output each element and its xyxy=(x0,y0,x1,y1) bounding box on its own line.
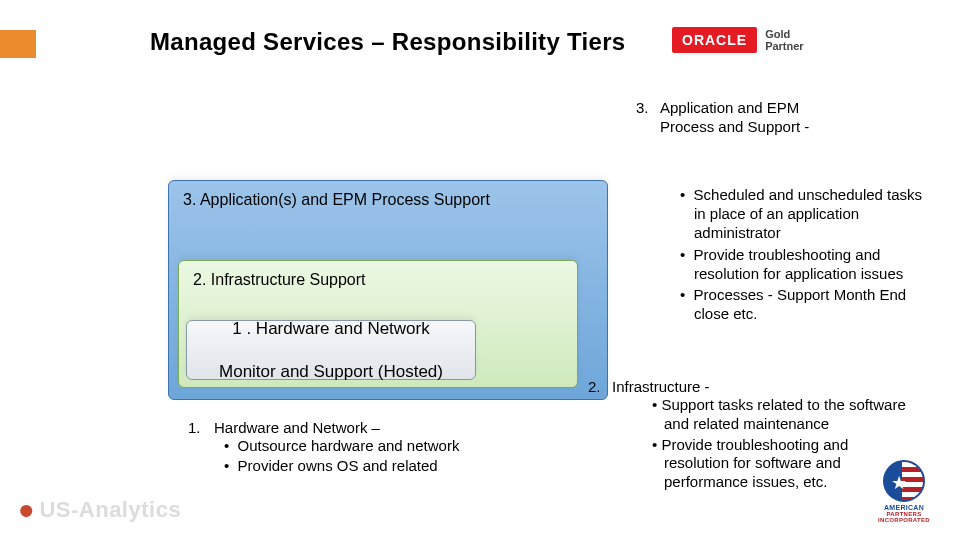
list-item: • Provide troubleshooting and resolution… xyxy=(680,245,930,283)
section-3-heading: 3. Application and EPM Process and Suppo… xyxy=(660,99,850,137)
list-item: • Provider owns OS and related xyxy=(224,456,564,476)
list-item: • Scheduled and unscheduled tasks in pla… xyxy=(680,185,930,243)
tier-1-label-b: Monitor and Support (Hosted) xyxy=(219,361,443,382)
section-1-heading: 1. Hardware and Network – xyxy=(214,418,574,438)
american-partners-logo: ★ AMERICAN PARTNERS INCORPORATED xyxy=(864,460,944,530)
oracle-partner-badge: ORACLE Gold Partner xyxy=(672,24,852,56)
section-1-bullets: • Outsource hardware and network • Provi… xyxy=(224,436,564,475)
section-2-heading: 2. Infrastructure - xyxy=(612,378,932,397)
oracle-logo: ORACLE xyxy=(672,27,757,53)
section-3-bullets: • Scheduled and unscheduled tasks in pla… xyxy=(680,185,930,325)
list-item: • Processes - Support Month End close et… xyxy=(680,285,930,323)
tier-1-block: 1 . Hardware and Network Monitor and Sup… xyxy=(186,320,476,380)
accent-bar xyxy=(0,30,36,58)
slide-title: Managed Services – Responsibility Tiers xyxy=(150,28,625,56)
tier-2-label: 2. Infrastructure Support xyxy=(193,271,366,289)
list-item: • Outsource hardware and network xyxy=(224,436,564,456)
logo-bullet-icon: ● xyxy=(18,494,35,526)
tier-1-label-a: 1 . Hardware and Network xyxy=(219,318,443,339)
tier-3-label: 3. Application(s) and EPM Process Suppor… xyxy=(183,191,490,209)
us-analytics-logo: ●US-Analytics xyxy=(18,494,181,526)
flag-icon: ★ xyxy=(883,460,925,502)
gold-partner-text: Gold Partner xyxy=(765,28,804,52)
list-item: • Support tasks related to the software … xyxy=(652,396,912,434)
tier-stack: 3. Application(s) and EPM Process Suppor… xyxy=(168,180,620,406)
